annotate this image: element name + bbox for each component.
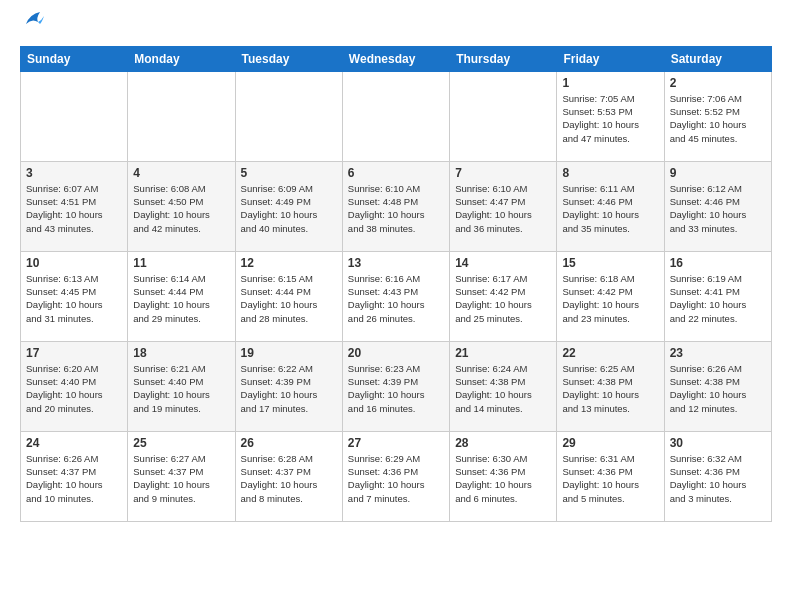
day-number: 16 bbox=[670, 256, 766, 270]
calendar-cell: 16Sunrise: 6:19 AM Sunset: 4:41 PM Dayli… bbox=[664, 251, 771, 341]
day-info: Sunrise: 6:21 AM Sunset: 4:40 PM Dayligh… bbox=[133, 362, 229, 415]
weekday-header-monday: Monday bbox=[128, 46, 235, 71]
calendar-cell: 14Sunrise: 6:17 AM Sunset: 4:42 PM Dayli… bbox=[450, 251, 557, 341]
calendar-cell: 2Sunrise: 7:06 AM Sunset: 5:52 PM Daylig… bbox=[664, 71, 771, 161]
calendar-week-1: 3Sunrise: 6:07 AM Sunset: 4:51 PM Daylig… bbox=[21, 161, 772, 251]
day-number: 30 bbox=[670, 436, 766, 450]
weekday-header-row: SundayMondayTuesdayWednesdayThursdayFrid… bbox=[21, 46, 772, 71]
calendar-cell: 8Sunrise: 6:11 AM Sunset: 4:46 PM Daylig… bbox=[557, 161, 664, 251]
day-info: Sunrise: 6:10 AM Sunset: 4:48 PM Dayligh… bbox=[348, 182, 444, 235]
day-number: 6 bbox=[348, 166, 444, 180]
weekday-header-wednesday: Wednesday bbox=[342, 46, 449, 71]
calendar-cell bbox=[450, 71, 557, 161]
day-info: Sunrise: 6:31 AM Sunset: 4:36 PM Dayligh… bbox=[562, 452, 658, 505]
calendar-cell: 5Sunrise: 6:09 AM Sunset: 4:49 PM Daylig… bbox=[235, 161, 342, 251]
day-info: Sunrise: 6:26 AM Sunset: 4:38 PM Dayligh… bbox=[670, 362, 766, 415]
weekday-header-saturday: Saturday bbox=[664, 46, 771, 71]
calendar-cell: 29Sunrise: 6:31 AM Sunset: 4:36 PM Dayli… bbox=[557, 431, 664, 521]
calendar-week-3: 17Sunrise: 6:20 AM Sunset: 4:40 PM Dayli… bbox=[21, 341, 772, 431]
day-number: 20 bbox=[348, 346, 444, 360]
day-info: Sunrise: 6:26 AM Sunset: 4:37 PM Dayligh… bbox=[26, 452, 122, 505]
day-number: 4 bbox=[133, 166, 229, 180]
day-info: Sunrise: 6:08 AM Sunset: 4:50 PM Dayligh… bbox=[133, 182, 229, 235]
day-number: 29 bbox=[562, 436, 658, 450]
day-number: 21 bbox=[455, 346, 551, 360]
calendar-week-0: 1Sunrise: 7:05 AM Sunset: 5:53 PM Daylig… bbox=[21, 71, 772, 161]
day-number: 23 bbox=[670, 346, 766, 360]
day-number: 25 bbox=[133, 436, 229, 450]
day-info: Sunrise: 6:16 AM Sunset: 4:43 PM Dayligh… bbox=[348, 272, 444, 325]
calendar-cell: 6Sunrise: 6:10 AM Sunset: 4:48 PM Daylig… bbox=[342, 161, 449, 251]
calendar-cell bbox=[128, 71, 235, 161]
calendar-cell: 19Sunrise: 6:22 AM Sunset: 4:39 PM Dayli… bbox=[235, 341, 342, 431]
day-info: Sunrise: 6:22 AM Sunset: 4:39 PM Dayligh… bbox=[241, 362, 337, 415]
calendar-cell bbox=[21, 71, 128, 161]
calendar-cell: 15Sunrise: 6:18 AM Sunset: 4:42 PM Dayli… bbox=[557, 251, 664, 341]
day-info: Sunrise: 6:15 AM Sunset: 4:44 PM Dayligh… bbox=[241, 272, 337, 325]
day-info: Sunrise: 6:19 AM Sunset: 4:41 PM Dayligh… bbox=[670, 272, 766, 325]
calendar-cell: 13Sunrise: 6:16 AM Sunset: 4:43 PM Dayli… bbox=[342, 251, 449, 341]
day-info: Sunrise: 6:29 AM Sunset: 4:36 PM Dayligh… bbox=[348, 452, 444, 505]
day-info: Sunrise: 6:10 AM Sunset: 4:47 PM Dayligh… bbox=[455, 182, 551, 235]
day-info: Sunrise: 6:18 AM Sunset: 4:42 PM Dayligh… bbox=[562, 272, 658, 325]
page: SundayMondayTuesdayWednesdayThursdayFrid… bbox=[0, 0, 792, 538]
calendar-cell: 23Sunrise: 6:26 AM Sunset: 4:38 PM Dayli… bbox=[664, 341, 771, 431]
day-info: Sunrise: 6:13 AM Sunset: 4:45 PM Dayligh… bbox=[26, 272, 122, 325]
day-number: 9 bbox=[670, 166, 766, 180]
calendar-cell: 25Sunrise: 6:27 AM Sunset: 4:37 PM Dayli… bbox=[128, 431, 235, 521]
day-number: 8 bbox=[562, 166, 658, 180]
calendar-cell bbox=[235, 71, 342, 161]
day-info: Sunrise: 6:11 AM Sunset: 4:46 PM Dayligh… bbox=[562, 182, 658, 235]
calendar-cell: 22Sunrise: 6:25 AM Sunset: 4:38 PM Dayli… bbox=[557, 341, 664, 431]
calendar-cell: 10Sunrise: 6:13 AM Sunset: 4:45 PM Dayli… bbox=[21, 251, 128, 341]
calendar-cell: 30Sunrise: 6:32 AM Sunset: 4:36 PM Dayli… bbox=[664, 431, 771, 521]
day-number: 18 bbox=[133, 346, 229, 360]
day-info: Sunrise: 6:25 AM Sunset: 4:38 PM Dayligh… bbox=[562, 362, 658, 415]
day-info: Sunrise: 7:06 AM Sunset: 5:52 PM Dayligh… bbox=[670, 92, 766, 145]
day-number: 24 bbox=[26, 436, 122, 450]
calendar-cell: 9Sunrise: 6:12 AM Sunset: 4:46 PM Daylig… bbox=[664, 161, 771, 251]
day-number: 11 bbox=[133, 256, 229, 270]
day-number: 26 bbox=[241, 436, 337, 450]
calendar-cell: 1Sunrise: 7:05 AM Sunset: 5:53 PM Daylig… bbox=[557, 71, 664, 161]
logo bbox=[20, 16, 44, 36]
weekday-header-tuesday: Tuesday bbox=[235, 46, 342, 71]
calendar-cell: 28Sunrise: 6:30 AM Sunset: 4:36 PM Dayli… bbox=[450, 431, 557, 521]
day-info: Sunrise: 6:28 AM Sunset: 4:37 PM Dayligh… bbox=[241, 452, 337, 505]
weekday-header-friday: Friday bbox=[557, 46, 664, 71]
day-number: 17 bbox=[26, 346, 122, 360]
day-info: Sunrise: 6:27 AM Sunset: 4:37 PM Dayligh… bbox=[133, 452, 229, 505]
day-number: 7 bbox=[455, 166, 551, 180]
header bbox=[20, 16, 772, 36]
day-number: 28 bbox=[455, 436, 551, 450]
day-number: 22 bbox=[562, 346, 658, 360]
calendar-cell: 3Sunrise: 6:07 AM Sunset: 4:51 PM Daylig… bbox=[21, 161, 128, 251]
day-number: 2 bbox=[670, 76, 766, 90]
calendar-cell: 12Sunrise: 6:15 AM Sunset: 4:44 PM Dayli… bbox=[235, 251, 342, 341]
day-number: 27 bbox=[348, 436, 444, 450]
calendar-cell: 21Sunrise: 6:24 AM Sunset: 4:38 PM Dayli… bbox=[450, 341, 557, 431]
calendar-week-4: 24Sunrise: 6:26 AM Sunset: 4:37 PM Dayli… bbox=[21, 431, 772, 521]
logo-bird-icon bbox=[22, 10, 44, 28]
calendar-cell: 18Sunrise: 6:21 AM Sunset: 4:40 PM Dayli… bbox=[128, 341, 235, 431]
calendar-cell: 24Sunrise: 6:26 AM Sunset: 4:37 PM Dayli… bbox=[21, 431, 128, 521]
day-info: Sunrise: 6:32 AM Sunset: 4:36 PM Dayligh… bbox=[670, 452, 766, 505]
day-number: 12 bbox=[241, 256, 337, 270]
day-number: 13 bbox=[348, 256, 444, 270]
weekday-header-thursday: Thursday bbox=[450, 46, 557, 71]
calendar-cell: 27Sunrise: 6:29 AM Sunset: 4:36 PM Dayli… bbox=[342, 431, 449, 521]
weekday-header-sunday: Sunday bbox=[21, 46, 128, 71]
day-number: 14 bbox=[455, 256, 551, 270]
calendar-cell bbox=[342, 71, 449, 161]
calendar-table: SundayMondayTuesdayWednesdayThursdayFrid… bbox=[20, 46, 772, 522]
day-info: Sunrise: 6:09 AM Sunset: 4:49 PM Dayligh… bbox=[241, 182, 337, 235]
calendar-cell: 4Sunrise: 6:08 AM Sunset: 4:50 PM Daylig… bbox=[128, 161, 235, 251]
day-number: 3 bbox=[26, 166, 122, 180]
calendar-cell: 11Sunrise: 6:14 AM Sunset: 4:44 PM Dayli… bbox=[128, 251, 235, 341]
day-number: 19 bbox=[241, 346, 337, 360]
day-info: Sunrise: 6:17 AM Sunset: 4:42 PM Dayligh… bbox=[455, 272, 551, 325]
day-info: Sunrise: 6:24 AM Sunset: 4:38 PM Dayligh… bbox=[455, 362, 551, 415]
day-info: Sunrise: 6:12 AM Sunset: 4:46 PM Dayligh… bbox=[670, 182, 766, 235]
day-info: Sunrise: 6:20 AM Sunset: 4:40 PM Dayligh… bbox=[26, 362, 122, 415]
calendar-week-2: 10Sunrise: 6:13 AM Sunset: 4:45 PM Dayli… bbox=[21, 251, 772, 341]
